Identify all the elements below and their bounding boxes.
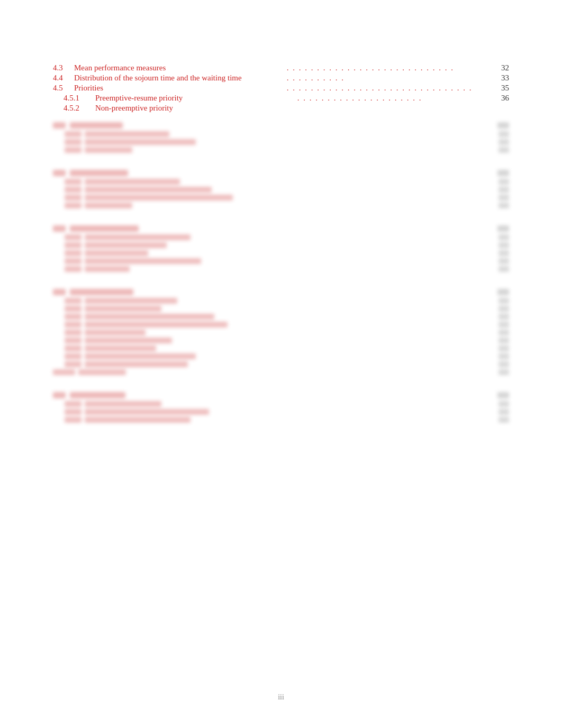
toc-dots-4-3: . . . . . . . . . . . . . . . . . . . . … [284, 63, 493, 72]
toc-label-4-5-2: Non-preemptive priority [95, 104, 509, 113]
toc-entry-4-4: 4.4 Distribution of the sojourn time and… [53, 74, 509, 83]
toc-label-4-5-1: Preemptive-resume priority [95, 94, 294, 103]
toc-label-4-4: Distribution of the sojourn time and the… [74, 74, 284, 83]
blurred-section-1 [53, 122, 509, 423]
page-content: 4.3 Mean performance measures . . . . . … [0, 0, 562, 728]
toc-entry-4-5-2: 4.5.2 Non-preemptive priority [53, 104, 509, 113]
toc-entry-4-3: 4.3 Mean performance measures . . . . . … [53, 63, 509, 72]
toc-label-4-3: Mean performance measures [74, 63, 284, 72]
toc-dots-4-5-1: . . . . . . . . . . . . . . . . . . . . … [294, 94, 493, 103]
toc-page-4-5-1: 36 [493, 94, 509, 103]
toc-number-4-5: 4.5 [53, 84, 74, 93]
toc-page-4-4: 33 [493, 74, 509, 83]
toc-page-4-3: 32 [493, 63, 509, 72]
toc-entry-4-5: 4.5 Priorities . . . . . . . . . . . . .… [53, 84, 509, 93]
toc-label-4-5: Priorities [74, 84, 284, 93]
toc-dots-4-4: . . . . . . . . . . [284, 74, 493, 83]
toc-number-4-5-1: 4.5.1 [64, 94, 95, 103]
toc-number-4-5-2: 4.5.2 [64, 104, 95, 113]
toc-dots-4-5: . . . . . . . . . . . . . . . . . . . . … [284, 84, 493, 93]
page-number: iii [278, 693, 284, 702]
toc-section: 4.3 Mean performance measures . . . . . … [53, 63, 509, 113]
toc-page-4-5: 35 [493, 84, 509, 93]
toc-entry-4-5-1: 4.5.1 Preemptive-resume priority . . . .… [53, 94, 509, 103]
toc-number-4-4: 4.4 [53, 74, 74, 83]
toc-number-4-3: 4.3 [53, 63, 74, 72]
